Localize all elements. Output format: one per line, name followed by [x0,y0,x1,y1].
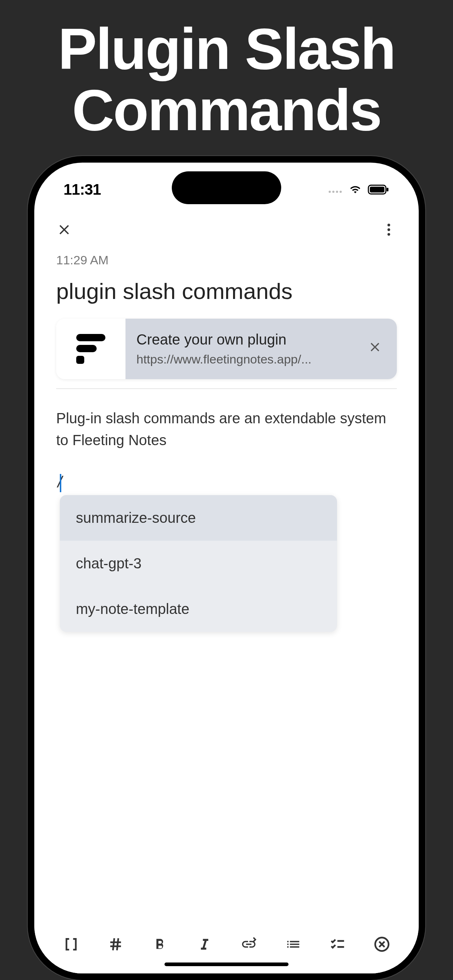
svg-rect-6 [387,188,388,191]
close-circle-button[interactable] [371,933,393,955]
note-content: 11:29 AM plugin slash commands Create yo… [34,253,419,632]
brackets-button[interactable] [60,933,82,955]
svg-point-8 [388,228,390,231]
svg-point-7 [388,224,390,226]
brackets-icon [63,936,79,952]
plugin-card-url: https://www.fleetingnotes.app/... [136,352,357,366]
checklist-button[interactable] [327,933,348,955]
hash-icon [108,936,124,952]
svg-rect-5 [370,187,384,192]
plugin-card[interactable]: Create your own plugin https://www.fleet… [56,319,397,379]
plugin-card-title: Create your own plugin [136,331,357,348]
svg-point-3 [340,191,342,193]
bold-button[interactable] [149,933,171,955]
hash-button[interactable] [105,933,126,955]
status-time: 11:31 [64,181,100,198]
wifi-icon [348,184,362,195]
command-item-template[interactable]: my-note-template [60,586,337,632]
text-cursor [60,474,61,492]
app-bar [34,203,419,253]
list-icon [285,936,301,952]
plugin-card-logo [56,319,126,379]
cellular-icon [328,186,343,193]
command-menu: summarize-source chat-gpt-3 my-note-temp… [60,495,337,632]
svg-point-9 [388,233,390,235]
close-circle-icon [374,936,390,952]
note-body-text[interactable]: Plug-in slash commands are an extendable… [56,407,397,451]
link-icon [241,936,257,952]
home-indicator[interactable] [164,963,289,966]
phone-frame: 11:31 11:29 AM plugin slash commands [28,156,425,980]
italic-button[interactable] [193,933,215,955]
more-vert-icon [381,222,397,238]
slash-input[interactable]: / [56,473,397,492]
svg-point-1 [332,191,335,193]
divider [56,388,397,389]
note-timestamp: 11:29 AM [56,253,397,267]
note-title[interactable]: plugin slash commands [56,278,397,304]
close-icon [368,340,382,355]
battery-icon [368,185,389,195]
phone-screen: 11:31 11:29 AM plugin slash commands [34,162,419,974]
dynamic-island [172,171,281,204]
marketing-title-line2: Commands [0,80,453,141]
command-item-chatgpt[interactable]: chat-gpt-3 [60,541,337,586]
checklist-icon [329,936,345,952]
bold-icon [152,936,168,952]
svg-point-2 [336,191,338,193]
marketing-title: Plugin Slash Commands [0,0,453,141]
more-button[interactable] [381,221,397,242]
link-button[interactable] [238,933,260,955]
status-icons [328,184,389,195]
plugin-card-close-button[interactable] [364,336,386,362]
close-icon [56,222,72,238]
svg-point-0 [329,191,331,193]
list-button[interactable] [282,933,304,955]
command-item-summarize[interactable]: summarize-source [60,495,337,541]
plugin-card-body: Create your own plugin https://www.fleet… [126,319,397,379]
italic-icon [196,936,212,952]
marketing-title-line1: Plugin Slash [0,18,453,80]
close-button[interactable] [56,221,72,242]
